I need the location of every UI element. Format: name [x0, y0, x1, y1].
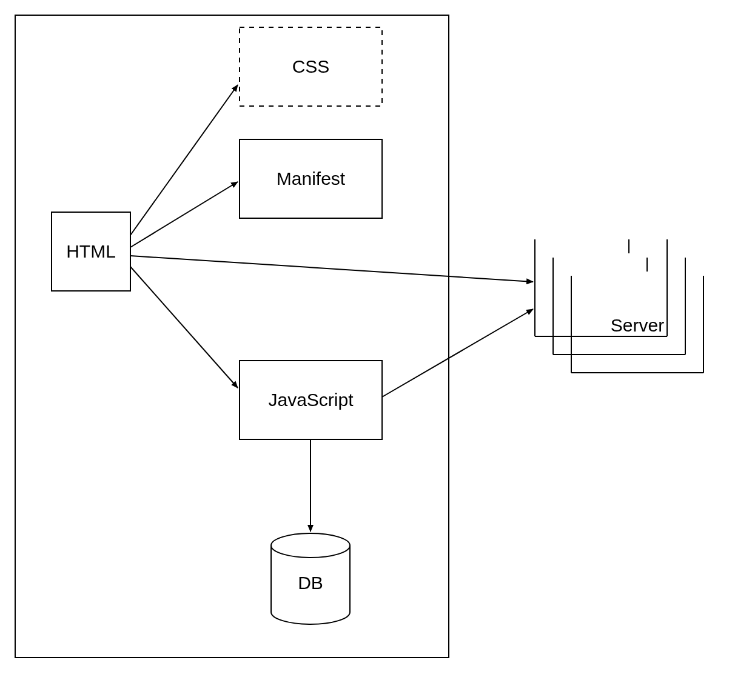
arrow-html-css: [130, 85, 238, 235]
arrow-html-manifest: [130, 182, 238, 247]
db-cylinder: [271, 533, 350, 624]
diagram-svg: [0, 0, 752, 700]
svg-point-1: [271, 533, 350, 558]
css-box: [240, 27, 382, 106]
javascript-box: [240, 361, 382, 439]
client-container: [15, 15, 449, 658]
server-stack: [535, 239, 703, 373]
architecture-diagram: HTML CSS Manifest JavaScript DB Server: [0, 0, 752, 700]
manifest-box: [240, 139, 382, 218]
arrow-html-server: [130, 256, 533, 282]
arrow-html-javascript: [130, 267, 238, 388]
html-box: [52, 212, 130, 291]
arrow-javascript-server: [382, 309, 533, 397]
